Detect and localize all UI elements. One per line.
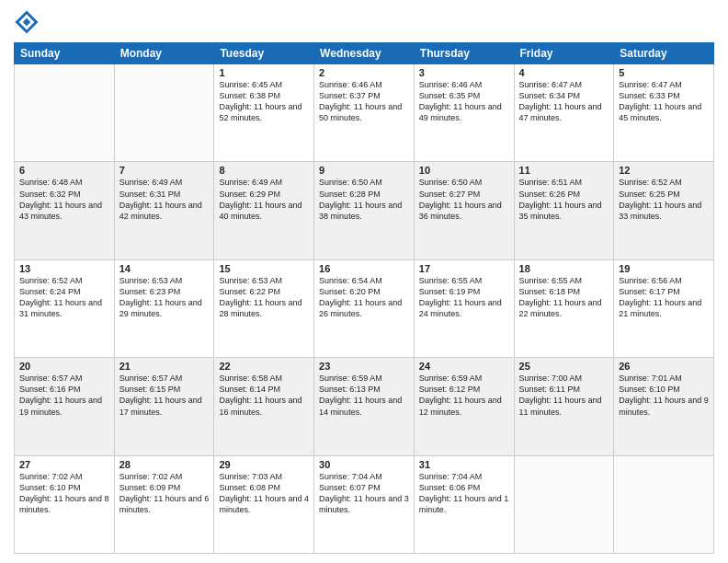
- day-number: 30: [319, 459, 409, 470]
- weekday-header-cell: Saturday: [614, 43, 714, 64]
- weekday-header-cell: Friday: [514, 43, 614, 64]
- calendar-day-cell: 21Sunrise: 6:57 AMSunset: 6:15 PMDayligh…: [114, 358, 214, 455]
- calendar-day-cell: 27Sunrise: 7:02 AMSunset: 6:10 PMDayligh…: [15, 455, 115, 553]
- day-info: Sunrise: 7:04 AMSunset: 6:06 PMDaylight:…: [419, 471, 509, 516]
- calendar-day-cell: 24Sunrise: 6:59 AMSunset: 6:12 PMDayligh…: [414, 358, 514, 455]
- calendar-week-row: 20Sunrise: 6:57 AMSunset: 6:16 PMDayligh…: [15, 358, 714, 455]
- day-number: 16: [319, 263, 409, 274]
- day-info: Sunrise: 6:56 AMSunset: 6:17 PMDaylight:…: [619, 275, 709, 320]
- calendar-week-row: 6Sunrise: 6:48 AMSunset: 6:32 PMDaylight…: [15, 162, 714, 259]
- day-info: Sunrise: 6:59 AMSunset: 6:12 PMDaylight:…: [419, 373, 509, 418]
- day-info: Sunrise: 6:55 AMSunset: 6:19 PMDaylight:…: [419, 275, 509, 320]
- calendar-day-cell: 12Sunrise: 6:52 AMSunset: 6:25 PMDayligh…: [614, 162, 714, 259]
- calendar-week-row: 1Sunrise: 6:45 AMSunset: 6:38 PMDaylight…: [15, 64, 714, 162]
- calendar-page: SundayMondayTuesdayWednesdayThursdayFrid…: [0, 0, 728, 563]
- calendar-day-cell: 6Sunrise: 6:48 AMSunset: 6:32 PMDaylight…: [15, 162, 115, 259]
- day-number: 9: [319, 165, 409, 176]
- calendar-day-cell: 1Sunrise: 6:45 AMSunset: 6:38 PMDaylight…: [214, 64, 314, 162]
- calendar-day-cell: 5Sunrise: 6:47 AMSunset: 6:33 PMDaylight…: [614, 64, 714, 162]
- header: [14, 9, 714, 35]
- day-number: 29: [219, 459, 309, 470]
- day-number: 18: [519, 263, 609, 274]
- weekday-header-cell: Monday: [114, 43, 214, 64]
- calendar-day-cell: 28Sunrise: 7:02 AMSunset: 6:09 PMDayligh…: [114, 455, 214, 553]
- calendar-day-cell: 17Sunrise: 6:55 AMSunset: 6:19 PMDayligh…: [414, 259, 514, 357]
- day-number: 11: [519, 165, 609, 176]
- calendar-day-cell: 29Sunrise: 7:03 AMSunset: 6:08 PMDayligh…: [214, 455, 314, 553]
- day-info: Sunrise: 6:46 AMSunset: 6:35 PMDaylight:…: [419, 79, 509, 124]
- day-number: 2: [319, 67, 409, 78]
- day-info: Sunrise: 6:50 AMSunset: 6:28 PMDaylight:…: [319, 177, 409, 222]
- day-number: 3: [419, 67, 509, 78]
- day-info: Sunrise: 7:03 AMSunset: 6:08 PMDaylight:…: [219, 471, 309, 516]
- calendar-day-cell: 25Sunrise: 7:00 AMSunset: 6:11 PMDayligh…: [514, 358, 614, 455]
- calendar-day-cell: 31Sunrise: 7:04 AMSunset: 6:06 PMDayligh…: [414, 455, 514, 553]
- day-info: Sunrise: 6:57 AMSunset: 6:15 PMDaylight:…: [119, 373, 210, 418]
- day-number: 8: [219, 165, 309, 176]
- day-number: 6: [19, 165, 109, 176]
- day-info: Sunrise: 6:51 AMSunset: 6:26 PMDaylight:…: [519, 177, 609, 222]
- day-info: Sunrise: 7:02 AMSunset: 6:10 PMDaylight:…: [19, 471, 109, 516]
- calendar-day-cell: 15Sunrise: 6:53 AMSunset: 6:22 PMDayligh…: [214, 259, 314, 357]
- day-info: Sunrise: 6:52 AMSunset: 6:24 PMDaylight:…: [19, 275, 109, 320]
- day-number: 10: [419, 165, 509, 176]
- weekday-header-cell: Wednesday: [314, 43, 415, 64]
- calendar-day-cell: 18Sunrise: 6:55 AMSunset: 6:18 PMDayligh…: [514, 259, 614, 357]
- day-info: Sunrise: 6:55 AMSunset: 6:18 PMDaylight:…: [519, 275, 609, 320]
- calendar-empty-cell: [614, 455, 714, 553]
- calendar-day-cell: 4Sunrise: 6:47 AMSunset: 6:34 PMDaylight…: [514, 64, 614, 162]
- calendar-day-cell: 19Sunrise: 6:56 AMSunset: 6:17 PMDayligh…: [614, 259, 714, 357]
- calendar-day-cell: 8Sunrise: 6:49 AMSunset: 6:29 PMDaylight…: [214, 162, 314, 259]
- calendar-day-cell: 30Sunrise: 7:04 AMSunset: 6:07 PMDayligh…: [314, 455, 415, 553]
- day-info: Sunrise: 6:59 AMSunset: 6:13 PMDaylight:…: [319, 373, 409, 418]
- logo: [14, 9, 43, 35]
- calendar-day-cell: 7Sunrise: 6:49 AMSunset: 6:31 PMDaylight…: [114, 162, 214, 259]
- calendar-day-cell: 22Sunrise: 6:58 AMSunset: 6:14 PMDayligh…: [214, 358, 314, 455]
- day-number: 21: [119, 361, 210, 372]
- weekday-header-cell: Thursday: [414, 43, 514, 64]
- day-number: 31: [419, 459, 509, 470]
- calendar-week-row: 13Sunrise: 6:52 AMSunset: 6:24 PMDayligh…: [15, 259, 714, 357]
- day-number: 25: [519, 361, 609, 372]
- calendar-table: SundayMondayTuesdayWednesdayThursdayFrid…: [14, 42, 714, 554]
- logo-icon: [14, 9, 40, 35]
- day-number: 14: [119, 263, 210, 274]
- day-info: Sunrise: 7:02 AMSunset: 6:09 PMDaylight:…: [119, 471, 210, 516]
- day-info: Sunrise: 7:00 AMSunset: 6:11 PMDaylight:…: [519, 373, 609, 418]
- calendar-day-cell: 16Sunrise: 6:54 AMSunset: 6:20 PMDayligh…: [314, 259, 415, 357]
- day-number: 19: [619, 263, 709, 274]
- day-info: Sunrise: 6:49 AMSunset: 6:31 PMDaylight:…: [119, 177, 210, 222]
- day-info: Sunrise: 6:52 AMSunset: 6:25 PMDaylight:…: [619, 177, 709, 222]
- day-info: Sunrise: 6:47 AMSunset: 6:34 PMDaylight:…: [519, 79, 609, 124]
- calendar-body: 1Sunrise: 6:45 AMSunset: 6:38 PMDaylight…: [15, 64, 714, 554]
- day-number: 4: [519, 67, 609, 78]
- day-info: Sunrise: 6:45 AMSunset: 6:38 PMDaylight:…: [219, 79, 309, 124]
- calendar-day-cell: 23Sunrise: 6:59 AMSunset: 6:13 PMDayligh…: [314, 358, 415, 455]
- calendar-day-cell: 2Sunrise: 6:46 AMSunset: 6:37 PMDaylight…: [314, 64, 415, 162]
- day-info: Sunrise: 6:57 AMSunset: 6:16 PMDaylight:…: [19, 373, 109, 418]
- day-number: 27: [19, 459, 109, 470]
- day-number: 7: [119, 165, 210, 176]
- day-number: 1: [219, 67, 309, 78]
- calendar-day-cell: 3Sunrise: 6:46 AMSunset: 6:35 PMDaylight…: [414, 64, 514, 162]
- day-info: Sunrise: 7:04 AMSunset: 6:07 PMDaylight:…: [319, 471, 409, 516]
- day-number: 26: [619, 361, 709, 372]
- calendar-day-cell: 9Sunrise: 6:50 AMSunset: 6:28 PMDaylight…: [314, 162, 415, 259]
- calendar-day-cell: 14Sunrise: 6:53 AMSunset: 6:23 PMDayligh…: [114, 259, 214, 357]
- weekday-header-row: SundayMondayTuesdayWednesdayThursdayFrid…: [15, 43, 714, 64]
- day-info: Sunrise: 6:46 AMSunset: 6:37 PMDaylight:…: [319, 79, 409, 124]
- day-info: Sunrise: 6:49 AMSunset: 6:29 PMDaylight:…: [219, 177, 309, 222]
- day-number: 24: [419, 361, 509, 372]
- day-info: Sunrise: 6:50 AMSunset: 6:27 PMDaylight:…: [419, 177, 509, 222]
- day-number: 15: [219, 263, 309, 274]
- day-info: Sunrise: 6:58 AMSunset: 6:14 PMDaylight:…: [219, 373, 309, 418]
- day-number: 12: [619, 165, 709, 176]
- day-info: Sunrise: 6:53 AMSunset: 6:23 PMDaylight:…: [119, 275, 210, 320]
- calendar-empty-cell: [15, 64, 115, 162]
- weekday-header-cell: Sunday: [15, 43, 115, 64]
- day-number: 20: [19, 361, 109, 372]
- calendar-empty-cell: [514, 455, 614, 553]
- day-info: Sunrise: 6:47 AMSunset: 6:33 PMDaylight:…: [619, 79, 709, 124]
- day-number: 22: [219, 361, 309, 372]
- calendar-day-cell: 20Sunrise: 6:57 AMSunset: 6:16 PMDayligh…: [15, 358, 115, 455]
